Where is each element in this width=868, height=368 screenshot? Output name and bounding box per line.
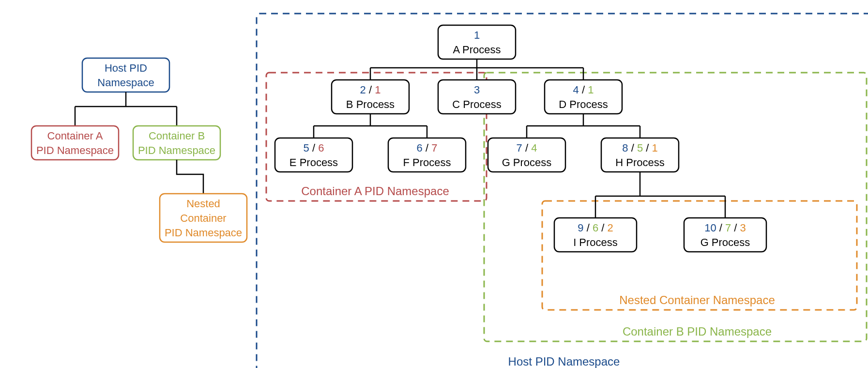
proc-I: 9 / 6 / 2I Process [554,218,637,252]
svg-text:E Process: E Process [289,156,338,169]
ca-ns-l2: PID Namespace [36,144,114,156]
proc-A: 1A Process [438,25,516,59]
svg-text:4 / 1: 4 / 1 [573,84,594,96]
host-ns-label: Host PID Namespace [508,355,620,368]
nc-ns-l1: Nested [186,198,220,210]
proc-E: 5 / 6E Process [275,138,352,172]
svg-text:7 / 4: 7 / 4 [517,142,537,154]
svg-text:G Process: G Process [700,236,750,248]
host-ns-l2: Namespace [97,77,154,89]
svg-text:H Process: H Process [615,156,664,169]
host-ns-l1: Host PID [105,62,147,74]
svg-text:A Process: A Process [453,44,501,56]
svg-text:I Process: I Process [573,236,618,248]
nc-ns-l2: Container [180,212,226,224]
proc-F: 6 / 7F Process [388,138,466,172]
proc-C: 3C Process [438,80,516,114]
right-diagram: Host PID Namespace Container A PID Names… [257,14,868,368]
svg-text:10 / 7 / 3: 10 / 7 / 3 [704,222,746,234]
svg-text:2 / 1: 2 / 1 [360,84,381,96]
svg-text:1: 1 [474,29,480,41]
proc-G: 7 / 4G Process [488,138,565,172]
left-tree: Host PID Namespace Container A PID Names… [31,58,247,242]
nc-ns-label: Nested Container Namespace [619,293,775,307]
svg-text:8 / 5 / 1: 8 / 5 / 1 [622,142,657,154]
proc-H: 8 / 5 / 1H Process [601,138,679,172]
svg-text:3: 3 [474,84,480,96]
proc-J: 10 / 7 / 3G Process [684,218,766,252]
ca-ns-label: Container A PID Namespace [301,184,449,198]
diagram-svg: Host PID Namespace Container A PID Names… [10,10,868,368]
cb-ns-label: Container B PID Namespace [623,325,772,338]
proc-D: 4 / 1D Process [545,80,622,114]
svg-text:B Process: B Process [346,98,395,110]
svg-text:6 / 7: 6 / 7 [417,142,438,154]
svg-text:5 / 6: 5 / 6 [304,142,324,154]
ca-ns-l1: Container A [47,130,103,142]
svg-text:F Process: F Process [403,156,451,169]
nc-ns-l3: PID Namespace [165,227,242,239]
svg-text:9 / 6 / 2: 9 / 6 / 2 [578,222,613,234]
cb-ns-l1: Container B [149,130,205,142]
svg-text:G Process: G Process [502,156,552,169]
cb-ns-l2: PID Namespace [138,144,215,156]
proc-B: 2 / 1B Process [332,80,409,114]
svg-text:C Process: C Process [452,98,501,110]
svg-text:D Process: D Process [559,98,608,110]
